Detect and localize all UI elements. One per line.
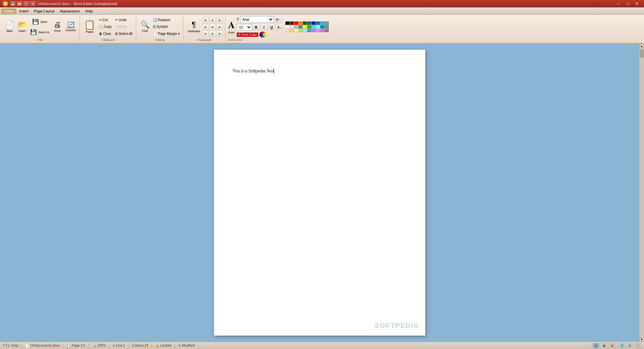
open-button[interactable]: 📂 Open (16, 17, 28, 37)
open-quick-icon[interactable]: 📂 (17, 1, 22, 6)
list-button[interactable]: ≡ (209, 24, 216, 30)
menu-home[interactable]: Home (1, 8, 16, 14)
align-right-button[interactable]: ≡ (216, 17, 223, 23)
app-logo: W (3, 1, 8, 6)
minimize-button[interactable]: ─ (614, 1, 623, 7)
print-button[interactable]: 🖨 Print (51, 17, 63, 37)
color-darkred[interactable] (290, 21, 294, 25)
color-white[interactable] (285, 25, 289, 29)
color-yellow[interactable] (303, 25, 307, 29)
color-green[interactable] (307, 25, 311, 29)
view-outline-button[interactable]: ▦ (601, 343, 607, 348)
clear-button[interactable]: 🗑 Clear (98, 31, 113, 37)
undo-button[interactable]: ↶ Undo (114, 17, 134, 23)
status-bar: ? F1: Help 📄 UnDocument1.docx 📋 Page:1/1… (0, 342, 644, 349)
save-quick-icon[interactable]: 💾 (10, 1, 15, 6)
underline-button[interactable]: U (268, 24, 275, 31)
color-lavender[interactable] (312, 29, 316, 32)
page-margin-button[interactable]: 📄 Page Margin▾ (152, 31, 181, 37)
align-center-button[interactable]: ≡ (209, 17, 216, 23)
menu-insert[interactable]: Insert (16, 8, 31, 14)
redo-button[interactable]: ↷ Redo (114, 24, 134, 30)
copy-button[interactable]: 📋 Copy (98, 24, 113, 30)
cut-button[interactable]: ✂ Cut (98, 17, 113, 23)
view-fullscreen-button[interactable]: ⛶ (635, 343, 641, 348)
color-darkgreen[interactable] (303, 21, 307, 25)
color-blue[interactable] (312, 21, 316, 25)
color-lightgray[interactable] (290, 25, 294, 29)
color-lightcyan2[interactable] (303, 29, 307, 32)
redo-icon: ↷ (115, 25, 118, 29)
attributes-button[interactable]: ¶ Attributes (186, 17, 202, 37)
replace-button[interactable]: 🔄 Replace (152, 17, 181, 23)
help-status[interactable]: ? F1: Help (3, 344, 18, 347)
menu-page-layout[interactable]: Page Layout (31, 8, 57, 14)
color-peach[interactable] (285, 29, 289, 32)
align-left-button[interactable]: ≡ (202, 17, 209, 23)
color-medgray[interactable] (320, 29, 324, 32)
font-large-button[interactable]: 𝐀 (228, 20, 235, 31)
scroll-up-button[interactable]: ▲ (640, 44, 644, 48)
color-cyan[interactable] (312, 25, 316, 29)
titlebar-left: W 💾 📂 ↶ ▾ UnDocument1.docx - Word Editor… (3, 1, 117, 6)
new-button[interactable]: 📄 New (3, 17, 15, 37)
maximize-button[interactable]: □ (623, 1, 632, 7)
color-pink[interactable] (316, 29, 320, 32)
find-button[interactable]: 🔍 Find (139, 17, 151, 37)
view-web-button[interactable]: 🌐 (619, 343, 625, 348)
scroll-down-button[interactable]: ▼ (640, 337, 644, 341)
color-wheel-button[interactable] (259, 32, 266, 38)
view-print-button[interactable]: ▥ (609, 343, 615, 348)
statusbar-left: ? F1: Help 📄 UnDocument1.docx 📋 Page:1/1… (3, 343, 195, 348)
font-color-button[interactable]: A Font Color (237, 33, 258, 37)
color-teal2[interactable] (316, 21, 320, 25)
color-periwinkle[interactable] (307, 29, 311, 32)
title-bar: W 💾 📂 ↶ ▾ UnDocument1.docx - Word Editor… (0, 0, 644, 7)
color-red[interactable] (294, 21, 298, 25)
color-darkgray[interactable] (299, 25, 303, 29)
cut-icon: ✂ (99, 18, 102, 22)
print-icon: 🖨 (54, 21, 61, 29)
select-all-button[interactable]: ⊞ Select All (114, 31, 134, 37)
font-shrink-button[interactable]: A↓ (276, 24, 283, 31)
indent-button[interactable]: ≡ (216, 24, 223, 30)
status-sep-3 (89, 343, 89, 348)
color-more-button[interactable]: ▾ (325, 21, 329, 25)
symbol-button[interactable]: Ω Symbol (152, 24, 181, 30)
convert-icon: 🔄 (67, 22, 74, 28)
color-cornflowerblue[interactable] (320, 25, 324, 29)
bold-button[interactable]: B (253, 24, 260, 31)
view-normal-button[interactable]: ▤ (593, 343, 599, 348)
color-skyblue[interactable] (320, 21, 324, 25)
outdent-button[interactable]: ≡ (202, 31, 209, 37)
paragraph-spacing-button[interactable]: ≡ (216, 31, 223, 37)
close-button[interactable]: ✕ (633, 1, 641, 7)
color-more2-button[interactable] (325, 25, 329, 29)
save-button[interactable]: 💾 Save (29, 17, 51, 27)
paste-button[interactable]: 📋 Paste (83, 17, 97, 37)
menu-help[interactable]: Help (83, 8, 96, 14)
color-lightgold[interactable] (290, 29, 294, 32)
color-more3-button[interactable] (325, 29, 329, 32)
font-name-select[interactable]: Arial Times New Roman Calibri (240, 16, 274, 23)
italic-button[interactable]: I (261, 24, 267, 31)
undo-quick-icon[interactable]: ↶ (23, 1, 29, 6)
save-as-button[interactable]: 💾 Save As (29, 28, 51, 37)
color-lightgreen[interactable] (299, 29, 303, 32)
color-orange[interactable] (299, 21, 303, 25)
font-grow-button[interactable]: A↑ (275, 16, 281, 23)
font-size-select[interactable]: 12 8 10 14 16 18 24 36 48 (237, 24, 252, 31)
menu-appearance[interactable]: Appearance (57, 8, 83, 14)
convert-button[interactable]: 🔄 Convert (64, 17, 77, 37)
color-lightcyan[interactable] (316, 25, 320, 29)
align-justify-button[interactable]: ≡ (202, 24, 209, 30)
view-split-button[interactable]: ⊟ (627, 343, 633, 348)
document-text-area[interactable]: This is a Softpedia Test (232, 68, 407, 74)
color-lightyellow[interactable] (294, 29, 298, 32)
color-gray[interactable] (294, 25, 298, 29)
document-page[interactable]: This is a Softpedia Test SOFTPEDIA (214, 50, 425, 336)
color-teal[interactable] (307, 21, 311, 25)
line-spacing-button[interactable]: ≡ (209, 31, 216, 37)
scroll-thumb[interactable] (640, 49, 644, 58)
color-black[interactable] (285, 21, 289, 25)
